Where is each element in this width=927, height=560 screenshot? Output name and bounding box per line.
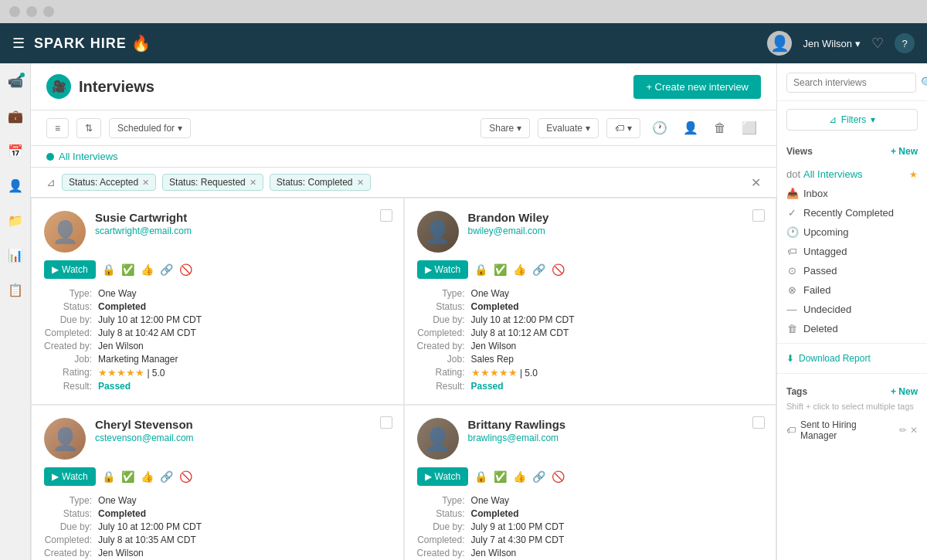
view-label-failed: Failed <box>803 284 830 296</box>
clock-icon-button[interactable]: 🕐 <box>648 117 671 139</box>
no-icon-brandon[interactable]: 🚫 <box>552 263 565 276</box>
watch-button-cheryl[interactable]: ▶ Watch <box>44 467 96 486</box>
tags-new-link[interactable]: + New <box>891 386 918 397</box>
created-label: Created by: <box>44 341 92 351</box>
filter-tag-accepted[interactable]: Status: Accepted ✕ <box>62 174 156 191</box>
sidebar-icon-chart[interactable]: 📊 <box>5 245 26 266</box>
thumbsup-icon-susie[interactable]: 👍 <box>141 263 154 276</box>
chrome-dot-green <box>43 6 54 17</box>
sidebar-view-undecided[interactable]: — Undecided <box>777 300 927 319</box>
card-checkbox-susie[interactable] <box>380 209 392 222</box>
filter-requested-close[interactable]: ✕ <box>250 178 256 188</box>
link-icon-brittany[interactable]: 🔗 <box>532 470 545 483</box>
no-icon-cheryl[interactable]: 🚫 <box>179 470 192 483</box>
due-label: Due by: <box>417 521 465 532</box>
tag-close-icon[interactable]: ✕ <box>910 425 918 436</box>
evaluate-button[interactable]: Evaluate ▾ <box>538 118 599 138</box>
lock-icon-cheryl[interactable]: 🔒 <box>102 470 115 483</box>
check-circle-icon-brittany[interactable]: ✅ <box>494 470 507 483</box>
card-checkbox-brittany[interactable] <box>752 416 765 429</box>
search-icon[interactable]: 🔍 <box>921 76 927 89</box>
delete-icon-button[interactable]: 🗑 <box>710 117 730 139</box>
thumbsup-icon-brittany[interactable]: 👍 <box>513 470 526 483</box>
search-input[interactable] <box>786 73 916 93</box>
download-report-link[interactable]: ⬇ Download Report <box>777 348 927 368</box>
watch-button-susie[interactable]: ▶ Watch <box>44 260 96 279</box>
due-label: Due by: <box>44 314 92 325</box>
card-email-susie[interactable]: scartwright@email.com <box>95 226 391 236</box>
card-email-brandon[interactable]: bwiley@email.com <box>468 226 764 236</box>
list-view-button[interactable]: ≡ <box>46 118 69 138</box>
sidebar-icon-calendar[interactable]: 📅 <box>5 141 26 161</box>
page-header: 🎥 Interviews + Create new interview <box>31 63 776 110</box>
created-label: Created by: <box>417 548 465 558</box>
person-icon-button[interactable]: 👤 <box>679 117 702 139</box>
filter-completed-label: Status: Completed <box>277 177 353 188</box>
create-interview-button[interactable]: + Create new interview <box>633 75 761 99</box>
heart-icon[interactable]: ♡ <box>871 35 884 52</box>
list-icon: ≡ <box>55 123 60 134</box>
sort-button[interactable]: ⇅ <box>76 118 101 138</box>
watch-button-brittany[interactable]: ▶ Watch <box>417 467 469 486</box>
sidebar-filters-button[interactable]: ⊿ Filters ▾ <box>786 109 918 131</box>
sidebar-icon-folder[interactable]: 📁 <box>5 210 26 231</box>
sidebar-view-passed[interactable]: ⊙ Passed <box>777 261 927 280</box>
rating-value: ★★★★★ | 5.0 <box>98 367 390 378</box>
sidebar-view-recently-completed[interactable]: ✓ Recently Completed <box>777 203 927 222</box>
card-checkbox-cheryl[interactable] <box>380 416 392 429</box>
tag-item-sent-to-hiring[interactable]: 🏷 Sent to Hiring Manager ✏ ✕ <box>786 416 918 445</box>
check-circle-icon-cheryl[interactable]: ✅ <box>121 470 134 483</box>
watch-button-brandon[interactable]: ▶ Watch <box>417 260 469 279</box>
sidebar-view-failed[interactable]: ⊗ Failed <box>777 280 927 300</box>
sidebar-view-untagged[interactable]: 🏷 Untagged <box>777 242 927 261</box>
sidebar-icon-briefcase[interactable]: 💼 <box>5 106 26 127</box>
sidebar-view-deleted[interactable]: 🗑 Deleted <box>777 319 927 338</box>
tag-button[interactable]: 🏷 ▾ <box>606 118 640 138</box>
card-email-cheryl[interactable]: cstevenson@email.com <box>95 433 391 443</box>
tag-pencil-icon[interactable]: ✏ <box>899 425 907 436</box>
sidebar-icon-video[interactable]: 📹 <box>5 71 26 92</box>
sidebar-view-inbox[interactable]: 📥 Inbox <box>777 184 927 203</box>
no-icon-brittany[interactable]: 🚫 <box>552 470 565 483</box>
filter-completed-close[interactable]: ✕ <box>357 178 364 188</box>
sidebar-view-all[interactable]: dot All Interviews ★ <box>777 165 927 184</box>
lock-icon-brittany[interactable]: 🔒 <box>474 470 487 483</box>
card-email-brittany[interactable]: brawlings@email.com <box>468 433 764 443</box>
thumbsup-icon-cheryl[interactable]: 👍 <box>141 470 154 483</box>
sidebar-icon-clipboard[interactable]: 📋 <box>5 280 26 300</box>
scheduled-for-button[interactable]: Scheduled for ▾ <box>109 118 191 138</box>
check-circle-icon-susie[interactable]: ✅ <box>121 263 134 276</box>
thumbsup-icon-brandon[interactable]: 👍 <box>513 263 526 276</box>
filters-close-button[interactable]: ✕ <box>751 175 761 190</box>
check-circle-icon-brandon[interactable]: ✅ <box>494 263 507 276</box>
completed-label: Completed: <box>417 328 465 338</box>
filter-accepted-close[interactable]: ✕ <box>142 178 149 188</box>
views-new-link[interactable]: + New <box>891 146 918 157</box>
lock-icon-brandon[interactable]: 🔒 <box>474 263 487 276</box>
sidebar-view-upcoming[interactable]: 🕐 Upcoming <box>777 222 927 242</box>
view-star-icon: ★ <box>909 169 918 180</box>
page-title: Interviews <box>79 78 154 96</box>
user-menu[interactable]: Jen Wilson ▾ <box>803 38 861 49</box>
job-value: Marketing Manager <box>98 354 390 365</box>
hamburger-icon[interactable]: ☰ <box>12 35 25 52</box>
share-button[interactable]: Share ▾ <box>480 118 530 138</box>
link-icon-brandon[interactable]: 🔗 <box>532 263 545 276</box>
all-interviews-link[interactable]: All Interviews <box>46 151 118 162</box>
sidebar-divider <box>777 343 927 344</box>
no-icon-susie[interactable]: 🚫 <box>179 263 192 276</box>
link-icon-cheryl[interactable]: 🔗 <box>160 470 173 483</box>
link-icon-susie[interactable]: 🔗 <box>160 263 173 276</box>
filter-tag-completed[interactable]: Status: Completed ✕ <box>270 174 371 191</box>
card-details-susie: Type: One Way Status: Completed Due by:J… <box>44 288 391 392</box>
lock-icon-susie[interactable]: 🔒 <box>102 263 115 276</box>
type-label: Type: <box>44 495 92 506</box>
card-checkbox-brandon[interactable] <box>752 209 765 222</box>
views-section: Views + New <box>777 138 927 165</box>
filter-tag-requested[interactable]: Status: Requested ✕ <box>162 174 263 191</box>
sidebar-icon-person[interactable]: 👤 <box>5 175 26 196</box>
right-sidebar: 🔍 ⊿ Filters ▾ Views + New dot All Interv… <box>776 63 927 560</box>
layout-icon-button[interactable]: ⬜ <box>738 117 761 139</box>
card-name-email-brandon: Brandon Wiley bwiley@email.com <box>468 211 764 236</box>
help-button[interactable]: ? <box>895 33 915 53</box>
